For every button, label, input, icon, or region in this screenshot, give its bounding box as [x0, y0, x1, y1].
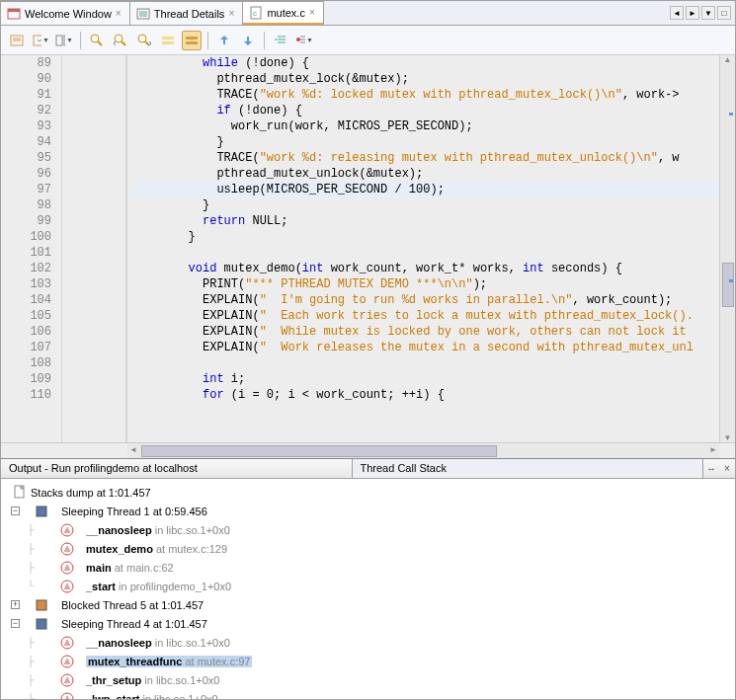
stack-frame[interactable]: ├__nanosleep in libc.so.1+0x0	[5, 520, 731, 539]
history-button[interactable]: ▼	[31, 31, 50, 50]
svg-text:c: c	[253, 9, 257, 18]
details-icon	[136, 7, 150, 21]
frame-function: _thr_setup	[86, 674, 141, 686]
scroll-thumb[interactable]	[141, 445, 497, 457]
thread-node[interactable]: −Sleeping Thread 1 at 0:59.456	[5, 502, 731, 520]
stack-frame[interactable]: ├main at main.c:62	[5, 558, 731, 577]
thread-call-stack-tab[interactable]: Thread Call Stack	[353, 459, 704, 478]
stack-frame[interactable]: ├_thr_setup in libc.so.1+0x0	[5, 670, 731, 689]
toggle-highlight-button[interactable]	[158, 31, 178, 50]
svg-rect-20	[162, 37, 174, 39]
line-gutter: 8990919293949596979899100101102103104105…	[1, 55, 62, 442]
find-prev-button[interactable]	[111, 31, 130, 50]
stack-frame-icon	[60, 561, 74, 575]
c-file-icon: c	[249, 6, 263, 20]
stack-frame-icon	[60, 580, 74, 593]
frame-function: __nanosleep	[86, 637, 152, 649]
code-editor[interactable]: 8990919293949596979899100101102103104105…	[1, 55, 735, 442]
tab-nav: ◄ ► ▼ □	[666, 6, 735, 20]
tab-mutex-c[interactable]: c mutex.c ×	[243, 1, 324, 25]
svg-rect-12	[56, 36, 62, 45]
close-icon[interactable]: ×	[309, 9, 317, 17]
svg-rect-23	[186, 41, 198, 44]
thread-node[interactable]: −Sleeping Thread 4 at 1:01.457	[5, 614, 731, 633]
maximize-button[interactable]: ▼	[701, 6, 715, 20]
bottom-panel: Output - Run profilingdemo at localhost …	[1, 458, 735, 699]
thread-state-icon	[36, 506, 47, 517]
svg-point-18	[138, 35, 146, 42]
tab-label: Welcome Window	[25, 8, 112, 20]
stack-frame-icon	[60, 542, 74, 556]
tab-label: mutex.c	[267, 7, 305, 19]
scroll-left-button[interactable]: ◄	[670, 6, 684, 20]
restore-button[interactable]: □	[717, 6, 731, 20]
thread-state-icon	[36, 618, 47, 630]
svg-rect-22	[186, 37, 198, 39]
stacks-dump-root[interactable]: Stacks dump at 1:01.457	[5, 483, 731, 502]
call-stack-tree[interactable]: Stacks dump at 1:01.457−Sleeping Thread …	[1, 479, 735, 699]
frame-location: at mutex.c:129	[156, 543, 227, 555]
frame-location: in profilingdemo_1+0x0	[119, 581, 231, 592]
svg-line-19	[145, 41, 149, 45]
frame-function: main	[86, 562, 112, 574]
tree-toggle-icon[interactable]: +	[11, 600, 20, 609]
stack-frame-icon	[60, 636, 74, 650]
close-panel-button[interactable]: ×	[719, 459, 735, 478]
code-content[interactable]: while (!done) { pthread_mutex_lock(&mute…	[127, 55, 719, 442]
stack-frame-icon	[60, 673, 74, 687]
window-icon	[7, 7, 21, 21]
stack-frame[interactable]: └_start in profilingdemo_1+0x0	[5, 577, 731, 595]
source-button[interactable]	[7, 31, 27, 50]
tab-welcome-window[interactable]: Welcome Window ×	[1, 1, 130, 25]
horizontal-scroll-area: ◄ ►	[1, 442, 735, 458]
frame-function: mutex_demo	[86, 543, 153, 555]
toggle-bookmark-button[interactable]	[182, 31, 202, 50]
horizontal-scrollbar[interactable]: ◄ ►	[127, 443, 719, 458]
thread-state-icon	[36, 599, 47, 611]
scroll-right-button[interactable]: ►	[686, 6, 699, 20]
shift-left-button[interactable]	[271, 31, 290, 50]
svg-point-16	[115, 35, 123, 42]
stack-frame-icon	[60, 655, 74, 668]
tab-label: Thread Details	[154, 8, 225, 20]
frame-location: in libc.so.1+0x0	[142, 693, 217, 700]
frame-function: _start	[86, 581, 116, 592]
editor-toolbar: ▼ ▼ ▼	[1, 26, 735, 55]
svg-rect-38	[37, 619, 46, 629]
svg-rect-32	[37, 506, 46, 516]
frame-location: in libc.so.1+0x0	[144, 674, 219, 686]
stack-frame[interactable]: ├mutex_demo at mutex.c:129	[5, 539, 731, 558]
find-next-button[interactable]	[134, 31, 154, 50]
stack-frame-icon	[60, 523, 74, 537]
frame-function: mutex_threadfunc	[88, 656, 182, 667]
close-icon[interactable]: ×	[228, 10, 236, 18]
document-icon	[13, 485, 27, 501]
svg-rect-13	[64, 36, 65, 45]
vertical-scrollbar[interactable]: ▲ ▼	[719, 55, 735, 442]
minimize-panel-button[interactable]: ↔	[703, 459, 719, 478]
svg-line-15	[98, 41, 102, 45]
stack-frame-icon	[60, 692, 74, 700]
find-selection-button[interactable]	[87, 31, 107, 50]
macro-button[interactable]: ▼	[294, 31, 314, 50]
stack-frame[interactable]: └_lwp_start in libc.so.1+0x0	[5, 689, 731, 699]
scroll-thumb[interactable]	[722, 263, 734, 307]
tree-toggle-icon[interactable]: −	[11, 619, 20, 628]
prev-bookmark-button[interactable]	[214, 31, 234, 50]
frame-location: at main.c:62	[115, 562, 174, 574]
svg-point-14	[91, 35, 99, 42]
output-tab[interactable]: Output - Run profilingdemo at localhost	[1, 459, 353, 478]
frame-location: at mutex.c:97	[185, 656, 250, 667]
diff-button[interactable]: ▼	[54, 31, 74, 50]
tab-thread-details[interactable]: Thread Details ×	[130, 1, 244, 25]
thread-label: Blocked Thread 5 at 1:01.457	[61, 599, 204, 611]
stack-frame[interactable]: ├mutex_threadfunc at mutex.c:97	[5, 652, 731, 670]
close-icon[interactable]: ×	[116, 10, 123, 18]
svg-rect-1	[8, 9, 20, 12]
next-bookmark-button[interactable]	[238, 31, 258, 50]
frame-function: __nanosleep	[86, 524, 152, 536]
svg-rect-37	[37, 600, 46, 610]
thread-node[interactable]: +Blocked Thread 5 at 1:01.457	[5, 595, 731, 614]
tree-toggle-icon[interactable]: −	[11, 506, 20, 515]
stack-frame[interactable]: ├__nanosleep in libc.so.1+0x0	[5, 633, 731, 652]
